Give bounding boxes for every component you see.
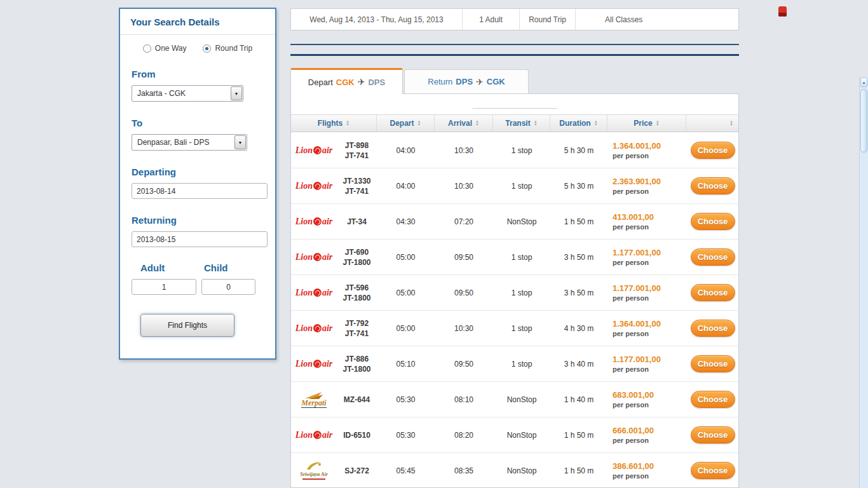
to-select-value: Denpasar, Bali - DPS <box>137 138 209 147</box>
depart-time: 04:00 <box>377 146 435 155</box>
radio-option-one-way[interactable]: One Way <box>143 44 187 53</box>
summary-trip-type: Round Trip <box>520 9 576 30</box>
choose-button[interactable]: Choose <box>691 355 735 372</box>
child-label: Child <box>200 262 228 273</box>
per-person-label: per person <box>613 365 649 374</box>
choose-button[interactable]: Choose <box>691 462 735 479</box>
header-price[interactable]: Price ▲▼ <box>607 115 686 132</box>
summary-passengers: 1 Adult <box>463 9 520 30</box>
header-transit[interactable]: Transit ▲▼ <box>493 115 550 132</box>
adult-label: Adult <box>132 262 200 273</box>
scroll-up-arrow[interactable]: ▲ <box>860 78 867 87</box>
price-cell: 683.001,00 per person <box>607 390 687 409</box>
arrival-time: 09:50 <box>435 360 493 369</box>
tab-depart-prefix: Depart <box>308 78 333 87</box>
tab-return-origin: DPS <box>456 77 473 86</box>
child-count-input[interactable] <box>201 279 255 295</box>
arrival-time: 10:30 <box>435 324 493 333</box>
per-person-label: per person <box>613 222 649 231</box>
flight-numbers: ID-6510 <box>337 430 377 440</box>
returning-date-input[interactable] <box>132 231 268 247</box>
per-person-label: per person <box>613 436 649 445</box>
flight-numbers: JT-596JT-1800 <box>337 283 377 303</box>
round-trip-radio[interactable] <box>203 44 211 53</box>
tab-depart[interactable]: Depart CGK ✈ DPS <box>290 68 403 94</box>
duration-info: 1 h 50 m <box>550 217 607 226</box>
chevron-down-icon[interactable]: ▼ <box>231 86 242 100</box>
transit-info: NonStop <box>493 217 550 226</box>
sort-icon: ▲▼ <box>594 120 598 126</box>
price-value: 1.177.001,00 <box>613 355 661 365</box>
airline-logo: Lionair <box>291 430 337 440</box>
choose-button[interactable]: Choose <box>691 248 735 266</box>
choose-button[interactable]: Choose <box>691 320 735 337</box>
chevron-down-icon[interactable]: ▼ <box>234 135 246 149</box>
flight-numbers: MZ-644 <box>337 395 377 405</box>
arrival-time: 10:30 <box>435 146 493 155</box>
airline-logo: Lionair <box>291 323 337 334</box>
header-choose[interactable]: ▲▼ <box>686 115 738 132</box>
plane-icon: ✈ <box>476 77 484 87</box>
departing-date-input[interactable] <box>132 183 268 199</box>
arrival-time: 09:50 <box>435 288 493 297</box>
per-person-label: per person <box>613 258 649 267</box>
flight-numbers: SJ-272 <box>337 466 377 476</box>
one-way-label: One Way <box>155 44 187 53</box>
header-depart[interactable]: Depart ▲▼ <box>377 115 435 132</box>
find-flights-button[interactable]: Find Flights <box>140 314 234 337</box>
depart-time: 05:30 <box>377 395 435 404</box>
choose-button[interactable]: Choose <box>691 142 735 159</box>
price-cell: 1.177.001,00 per person <box>607 355 687 374</box>
price-cell: 1.364.001,00 per person <box>607 319 687 338</box>
transit-info: 1 stop <box>493 253 550 262</box>
round-trip-label: Round Trip <box>215 44 252 53</box>
sort-icon: ▲▼ <box>534 120 538 126</box>
choose-button[interactable]: Choose <box>691 177 735 194</box>
price-value: 1.177.001,00 <box>613 283 661 294</box>
price-cell: 1.177.001,00 per person <box>607 283 687 302</box>
airline-logo: Lionair <box>291 181 337 191</box>
to-select[interactable]: Denpasar, Bali - DPS ▼ <box>132 134 247 151</box>
divider-line <box>290 54 739 56</box>
vertical-scrollbar[interactable]: ▲ <box>859 76 868 488</box>
transit-info: NonStop <box>493 395 550 404</box>
choose-button[interactable]: Choose <box>691 391 735 408</box>
scrollbar-thumb[interactable] <box>860 89 867 152</box>
transit-info: 1 stop <box>493 146 550 155</box>
returning-label: Returning <box>132 215 266 226</box>
price-value: 1.364.001,00 <box>613 141 661 151</box>
choose-button[interactable]: Choose <box>691 426 735 444</box>
one-way-radio[interactable] <box>143 44 151 53</box>
flight-row: Sriwijaya Air SJ-272 05:45 08:35 NonStop… <box>291 453 738 488</box>
from-select[interactable]: Jakarta - CGK ▼ <box>132 85 243 102</box>
depart-time: 05:00 <box>377 253 435 262</box>
arrival-time: 08:20 <box>435 431 493 440</box>
depart-time: 04:00 <box>377 182 435 191</box>
airline-logo: Merpati <box>291 391 337 408</box>
choose-button[interactable]: Choose <box>691 284 735 301</box>
flight-row: Lionair JT-886JT-1800 05:10 09:50 1 stop… <box>291 346 738 382</box>
choose-cell: Choose <box>687 391 738 408</box>
airline-logo: Lionair <box>291 217 337 227</box>
tab-depart-destination: DPS <box>368 78 385 87</box>
choose-cell: Choose <box>687 284 738 301</box>
choose-cell: Choose <box>687 142 738 159</box>
choose-cell: Choose <box>687 320 738 337</box>
choose-button[interactable]: Choose <box>691 213 735 230</box>
price-cell: 386.601,00 per person <box>607 461 687 480</box>
header-duration[interactable]: Duration ▲▼ <box>550 115 607 132</box>
flight-row: Lionair ID-6510 05:30 08:20 NonStop 1 h … <box>291 417 738 453</box>
radio-option-round-trip[interactable]: Round Trip <box>203 44 252 53</box>
arrival-time: 08:10 <box>435 395 493 404</box>
choose-cell: Choose <box>687 248 738 266</box>
header-arrival[interactable]: Arrival ▲▼ <box>435 115 493 132</box>
red-pin-icon <box>778 6 787 17</box>
adult-count-input[interactable] <box>132 279 196 295</box>
depart-time: 05:00 <box>377 288 435 297</box>
tab-return[interactable]: Return DPS ✈ CGK <box>404 69 529 93</box>
depart-time: 05:45 <box>377 466 435 475</box>
header-flights[interactable]: Flights ▲▼ <box>291 115 377 132</box>
duration-info: 3 h 50 m <box>550 253 607 262</box>
flights-table-body: Lionair JT-898JT-741 04:00 10:30 1 stop … <box>291 133 738 488</box>
price-cell: 1.364.001,00 per person <box>607 141 687 160</box>
